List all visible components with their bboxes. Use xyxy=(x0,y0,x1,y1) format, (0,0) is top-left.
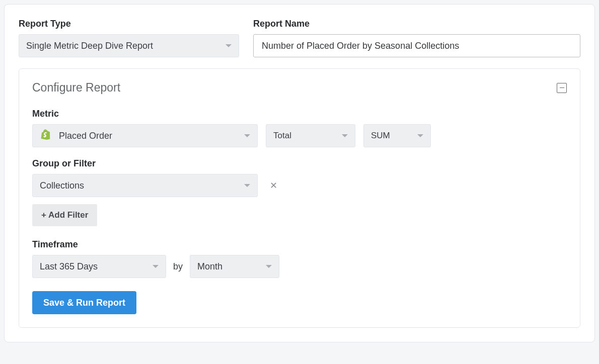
chevron-down-icon xyxy=(266,265,272,268)
report-name-input[interactable] xyxy=(253,34,580,57)
metric-label: Metric xyxy=(32,109,567,119)
timeframe-row: Last 365 Days by Month xyxy=(32,255,567,278)
top-row: Report Type Single Metric Deep Dive Repo… xyxy=(19,19,580,57)
metric-left: Placed Order xyxy=(40,129,112,142)
report-name-label: Report Name xyxy=(253,19,580,29)
remove-filter-icon[interactable]: ✕ xyxy=(266,180,281,191)
chevron-down-icon xyxy=(153,265,159,268)
aggregation-total-value: Total xyxy=(273,131,291,141)
chevron-down-icon xyxy=(226,44,232,47)
report-type-group: Report Type Single Metric Deep Dive Repo… xyxy=(19,19,239,57)
report-type-value: Single Metric Deep Dive Report xyxy=(26,41,153,51)
group-filter-label: Group or Filter xyxy=(32,158,567,169)
interval-select[interactable]: Month xyxy=(190,255,279,278)
report-name-group: Report Name xyxy=(253,19,580,57)
save-run-button[interactable]: Save & Run Report xyxy=(32,291,136,314)
report-type-select[interactable]: Single Metric Deep Dive Report xyxy=(19,34,239,57)
group-filter-value: Collections xyxy=(40,180,84,191)
timeframe-label: Timeframe xyxy=(32,239,567,250)
report-config-card: Report Type Single Metric Deep Dive Repo… xyxy=(4,4,595,342)
timeframe-select[interactable]: Last 365 Days xyxy=(32,255,166,278)
collapse-toggle[interactable] xyxy=(557,83,567,93)
configure-report-panel: Configure Report Metric Placed Order xyxy=(19,68,580,328)
group-filter-select[interactable]: Collections xyxy=(32,174,258,197)
aggregation-sum-value: SUM xyxy=(371,131,390,141)
configure-title: Configure Report xyxy=(32,81,120,95)
configure-header: Configure Report xyxy=(32,81,567,95)
aggregation-total-select[interactable]: Total xyxy=(266,124,355,147)
metric-select[interactable]: Placed Order xyxy=(32,124,258,147)
metric-row: Placed Order Total SUM xyxy=(32,124,567,147)
timeframe-value: Last 365 Days xyxy=(40,261,98,272)
report-type-label: Report Type xyxy=(19,19,239,29)
chevron-down-icon xyxy=(417,134,423,137)
interval-value: Month xyxy=(197,261,222,272)
add-filter-button[interactable]: + Add Filter xyxy=(32,204,97,226)
minus-icon xyxy=(560,87,564,88)
chevron-down-icon xyxy=(342,134,348,137)
shopify-icon xyxy=(40,129,52,142)
chevron-down-icon xyxy=(244,184,250,187)
group-filter-row: Collections ✕ xyxy=(32,174,567,197)
by-text: by xyxy=(173,261,183,272)
metric-value: Placed Order xyxy=(59,131,112,141)
chevron-down-icon xyxy=(244,134,250,137)
aggregation-sum-select[interactable]: SUM xyxy=(363,124,431,147)
